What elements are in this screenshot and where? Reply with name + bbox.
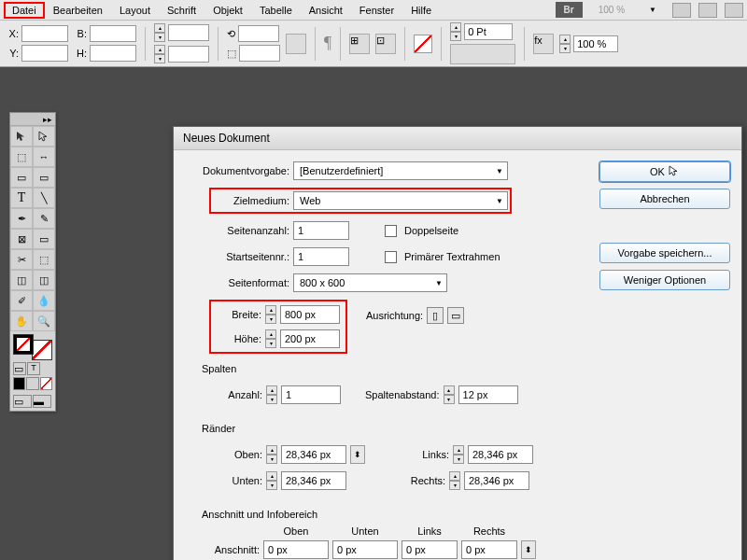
opacity-input[interactable] [573, 35, 618, 52]
view-mode-normal-icon[interactable]: ▭ [13, 395, 32, 408]
menu-bearbeiten[interactable]: Bearbeiten [45, 2, 111, 19]
margin-left-spinner[interactable]: ▴▾ [453, 445, 464, 464]
textframe-checkbox[interactable] [385, 251, 397, 263]
stroke-weight-input[interactable] [464, 23, 513, 40]
hand-tool[interactable]: ✋ [10, 311, 33, 331]
arrange-icon[interactable] [725, 3, 743, 18]
bleed-bottom-input[interactable] [332, 540, 398, 559]
menu-hilfe[interactable]: Hilfe [402, 2, 440, 19]
fill-none-icon[interactable] [414, 35, 432, 53]
fewer-options-button[interactable]: Weniger Optionen [599, 270, 730, 290]
view-mode-preview-icon[interactable]: ▬ [33, 395, 51, 408]
margin-right-spinner[interactable]: ▴▾ [449, 471, 460, 490]
bleed-left-input[interactable] [402, 540, 458, 559]
pages-input[interactable] [293, 221, 349, 240]
zoom-tool[interactable]: 🔍 [33, 311, 55, 331]
col-top-label: Oben [263, 525, 329, 537]
fill-stroke-swatch[interactable] [13, 334, 52, 360]
type-tool[interactable]: T [10, 188, 33, 208]
line-tool[interactable]: ╲ [33, 188, 55, 208]
pencil-tool[interactable]: ✎ [33, 208, 55, 229]
pagesize-select[interactable]: 747 x 560▼ [293, 273, 447, 292]
width-label: Breite: [217, 309, 261, 320]
x-input[interactable] [21, 25, 68, 42]
gradient-feather-tool[interactable]: ◫ [33, 270, 55, 290]
margin-right-input[interactable] [464, 471, 529, 490]
ok-button[interactable]: OK [599, 161, 730, 182]
margin-bottom-input[interactable] [281, 471, 346, 490]
note-tool[interactable]: ✐ [10, 290, 33, 311]
menu-layout[interactable]: Layout [111, 2, 159, 19]
menu-schrift[interactable]: Schrift [159, 2, 204, 19]
startpage-input[interactable] [293, 247, 349, 266]
menu-datei[interactable]: Datei [4, 2, 45, 19]
page-tool[interactable]: ⬚ [10, 147, 33, 167]
stroke-style-select[interactable] [450, 44, 515, 64]
bleed-top-input[interactable] [263, 540, 329, 559]
orientation-portrait-icon[interactable]: ▯ [427, 307, 444, 324]
cols-gutter-spinner[interactable]: ▴▾ [444, 385, 455, 404]
screen-mode-icon[interactable] [698, 3, 717, 18]
margin-top-input[interactable] [281, 445, 346, 464]
rotate-input[interactable] [238, 25, 279, 42]
free-transform-tool[interactable]: ⬚ [33, 249, 55, 270]
intent-select[interactable]: Web▼ [293, 191, 508, 210]
apply-none-icon[interactable] [40, 377, 52, 390]
content-collector-tool[interactable]: ▭ [10, 167, 33, 188]
menu-tabelle[interactable]: Tabelle [251, 2, 301, 19]
tools-header[interactable]: ▸▸ [10, 113, 55, 126]
margin-link-icon[interactable]: ⬍ [350, 445, 365, 464]
col-right-label: Rechts [461, 525, 517, 537]
cols-count-input[interactable] [281, 385, 341, 404]
content-placer-tool[interactable]: ▭ [33, 167, 55, 188]
eyedropper-tool[interactable]: 💧 [33, 290, 55, 311]
bridge-icon[interactable]: Br [556, 2, 583, 18]
preset-select[interactable]: [Benutzerdefiniert]▼ [293, 161, 508, 180]
cancel-button[interactable]: Abbrechen [599, 189, 730, 209]
height-spinner[interactable]: ▴▾ [265, 329, 276, 348]
y-input[interactable] [21, 45, 68, 62]
orientation-landscape-icon[interactable]: ▭ [447, 307, 464, 324]
save-preset-button[interactable]: Vorgabe speichern... [599, 243, 730, 263]
paragraph-icon[interactable]: ¶ [324, 34, 331, 53]
effects-icon[interactable]: fx [533, 34, 554, 54]
shear-input[interactable] [239, 45, 280, 62]
direct-selection-tool[interactable] [33, 126, 55, 147]
cols-gutter-input[interactable] [458, 385, 518, 404]
bleed-link-icon[interactable]: ⬍ [521, 540, 536, 559]
format-text-icon[interactable]: T [27, 362, 40, 375]
scale-x-input[interactable] [168, 24, 209, 41]
width-input[interactable] [280, 305, 340, 324]
flip-h-icon[interactable] [286, 34, 306, 54]
margin-top-spinner[interactable]: ▴▾ [266, 445, 277, 464]
margin-bottom-spinner[interactable]: ▴▾ [266, 471, 277, 490]
width-spinner[interactable]: ▴▾ [265, 305, 276, 324]
height-input[interactable] [280, 329, 340, 348]
col-bottom-label: Unten [332, 525, 398, 537]
h-input[interactable] [90, 45, 136, 62]
view-options-icon[interactable] [672, 3, 691, 18]
align-icon[interactable]: ⊞ [349, 34, 370, 54]
menu-objekt[interactable]: Objekt [204, 2, 251, 19]
format-container-icon[interactable]: ▭ [13, 362, 26, 375]
w-input[interactable] [90, 25, 136, 42]
distribute-icon[interactable]: ⊡ [375, 34, 396, 54]
facing-checkbox[interactable] [385, 225, 397, 237]
gradient-swatch-tool[interactable]: ◫ [10, 270, 33, 290]
cols-count-spinner[interactable]: ▴▾ [266, 385, 277, 404]
rectangle-tool[interactable]: ▭ [33, 229, 55, 249]
rectangle-frame-tool[interactable]: ⊠ [10, 229, 33, 249]
menu-fenster[interactable]: Fenster [351, 2, 402, 19]
gap-tool[interactable]: ↔ [33, 147, 55, 167]
menu-ansicht[interactable]: Ansicht [301, 2, 351, 19]
bleed-right-input[interactable] [461, 540, 517, 559]
margin-left-input[interactable] [468, 445, 533, 464]
scissors-tool[interactable]: ✂ [10, 249, 33, 270]
selection-tool[interactable] [10, 126, 33, 147]
zoom-level[interactable]: 100 % [590, 2, 633, 18]
apply-color-icon[interactable] [13, 377, 25, 390]
height-label: Höhe: [217, 333, 261, 344]
apply-gradient-icon[interactable] [26, 377, 38, 390]
pen-tool[interactable]: ✒ [10, 208, 33, 229]
scale-y-input[interactable] [168, 46, 209, 63]
